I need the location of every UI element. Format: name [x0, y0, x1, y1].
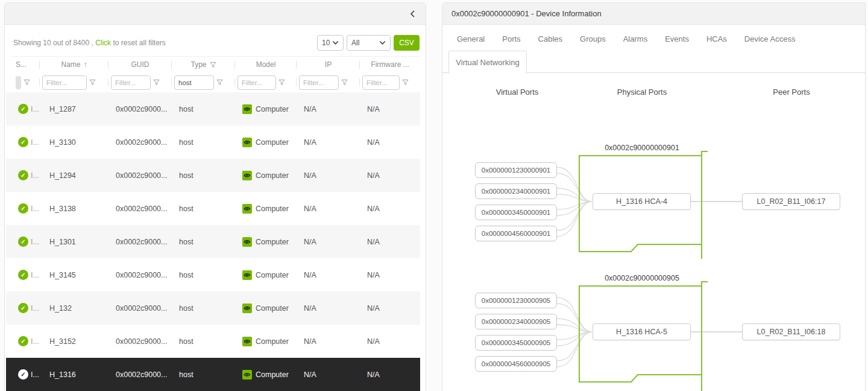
firmware-cell: N/A: [360, 105, 420, 113]
guid-cell: 0x0002c9000...: [108, 337, 172, 346]
page-size-select[interactable]: 10: [317, 35, 344, 51]
nvidia-logo-icon: [242, 337, 252, 346]
type-cell: host: [172, 105, 235, 113]
reset-filters-link[interactable]: Click: [95, 39, 111, 47]
column-header-type[interactable]: Type: [172, 57, 235, 72]
column-header-ip[interactable]: IP: [297, 57, 360, 72]
type-filter-input[interactable]: [174, 75, 214, 90]
type-cell: host: [172, 205, 235, 213]
table-row[interactable]: ✓I...H_31520x0002c9000...hostComputerN/A…: [6, 325, 420, 358]
table-row[interactable]: ✓I...H_12870x0002c9000...hostComputerN/A…: [6, 92, 420, 126]
filter-icon[interactable]: [402, 79, 409, 86]
tab-virtual-networking[interactable]: Virtual Networking: [448, 51, 527, 74]
model-label: Computer: [256, 370, 289, 379]
virtual-port[interactable]: 0x0000001230000901: [475, 162, 557, 178]
virtual-port[interactable]: 0x0000002340000905: [475, 314, 557, 329]
filter-icon[interactable]: [24, 79, 30, 86]
name-cell: H_3145: [40, 271, 108, 279]
name-cell: H_3130: [40, 138, 108, 147]
type-cell: host: [172, 238, 235, 246]
guid-cell: 0x0002c9000...: [108, 205, 172, 213]
physical-port[interactable]: H_1316 HCA-4: [593, 193, 691, 210]
virtual-port[interactable]: 0x0000003450000901: [475, 205, 557, 220]
ip-filter-input[interactable]: [299, 75, 339, 90]
virtual-port[interactable]: 0x0000004560000901: [475, 226, 557, 241]
peer-port[interactable]: L0_R02_B11_I06:18: [742, 323, 840, 340]
collapse-panel-icon[interactable]: [408, 9, 418, 19]
ip-cell: N/A: [297, 370, 360, 379]
column-header-guid[interactable]: GUID: [108, 57, 172, 72]
nvidia-logo-icon: [242, 171, 252, 180]
type-cell: host: [172, 138, 235, 147]
filter-icon[interactable]: [216, 79, 223, 86]
status-label: I...: [31, 205, 39, 213]
filter-icon[interactable]: [278, 79, 285, 86]
type-cell: host: [172, 171, 235, 180]
column-header-firmware[interactable]: Firmware ...: [360, 57, 420, 72]
model-cell: Computer: [235, 270, 297, 280]
column-header-name[interactable]: Name ↑: [40, 57, 108, 72]
model-label: Computer: [256, 105, 289, 113]
status-ok-icon: ✓: [18, 336, 28, 346]
nvidia-logo-icon: [242, 370, 252, 380]
name-cell: H_1301: [40, 238, 108, 246]
filter-cell-ip: [297, 72, 360, 92]
scope-select[interactable]: All: [347, 35, 391, 51]
ip-cell: N/A: [297, 171, 360, 180]
ip-cell: N/A: [297, 205, 360, 213]
status-ok-icon: ✓: [18, 303, 28, 313]
ip-cell: N/A: [297, 105, 360, 113]
table-row[interactable]: ✓I...H_31450x0002c9000...hostComputerN/A…: [6, 258, 420, 291]
column-header-status[interactable]: S...: [11, 57, 40, 72]
name-cell: H_3152: [40, 337, 108, 346]
status-ok-icon: ✓: [18, 369, 28, 380]
physical-port[interactable]: H_1316 HCA-5: [593, 323, 691, 340]
status-label: I...: [31, 271, 39, 279]
filter-icon[interactable]: [210, 62, 216, 68]
table-row[interactable]: ✓I...H_1320x0002c9000...hostComputerN/AN…: [6, 291, 420, 325]
table-row[interactable]: ✓I...H_13160x0002c9000...hostComputerN/A…: [6, 358, 420, 391]
status-cell: ✓I...: [11, 104, 40, 114]
model-filter-input[interactable]: [237, 75, 276, 90]
csv-export-button[interactable]: CSV: [394, 35, 420, 51]
status-label: I...: [31, 238, 39, 246]
firmware-filter-input[interactable]: [362, 75, 400, 90]
virtual-port[interactable]: 0x0000001230000905: [475, 293, 557, 308]
type-cell: host: [172, 271, 235, 279]
name-filter-input[interactable]: [42, 75, 87, 90]
model-label: Computer: [256, 337, 289, 346]
virtual-port[interactable]: 0x0000004560000905: [475, 356, 557, 372]
model-cell: Computer: [235, 304, 297, 313]
peer-port[interactable]: L0_R02_B11_I06:17: [742, 193, 840, 210]
table-row[interactable]: ✓I...H_13010x0002c9000...hostComputerN/A…: [6, 225, 420, 258]
virtual-port[interactable]: 0x0000003450000905: [475, 335, 557, 351]
nvidia-logo-icon: [242, 304, 252, 313]
ip-cell: N/A: [297, 337, 360, 346]
guid-filter-input[interactable]: [111, 75, 151, 90]
model-cell: Computer: [235, 370, 297, 380]
guid-cell: 0x0002c9000...: [108, 370, 172, 379]
model-label: Computer: [256, 171, 289, 180]
firmware-cell: N/A: [360, 205, 420, 213]
table-row[interactable]: ✓I...H_31300x0002c9000...hostComputerN/A…: [6, 126, 420, 159]
filter-icon[interactable]: [153, 79, 160, 86]
filter-icon[interactable]: [341, 79, 348, 86]
sort-asc-icon[interactable]: ↑: [84, 60, 87, 69]
filter-cell-model: [235, 72, 297, 92]
table-row[interactable]: ✓I...H_12940x0002c9000...hostComputerN/A…: [6, 159, 420, 192]
type-cell: host: [172, 304, 235, 313]
guid-cell: 0x0002c9000...: [108, 238, 172, 246]
filter-icon[interactable]: [89, 79, 96, 86]
nvidia-logo-icon: [242, 104, 252, 114]
filter-cell-status: [11, 72, 40, 92]
status-filter-control[interactable]: [16, 76, 21, 89]
table-body: ✓I...H_12870x0002c9000...hostComputerN/A…: [6, 92, 420, 391]
column-header-model[interactable]: Model: [235, 57, 297, 72]
status-label: I...: [31, 105, 39, 113]
model-cell: Computer: [235, 237, 297, 247]
virtual-port[interactable]: 0x0000002340000901: [475, 183, 557, 199]
table-row[interactable]: ✓I...H_31380x0002c9000...hostComputerN/A…: [6, 192, 420, 225]
model-label: Computer: [256, 138, 289, 147]
model-label: Computer: [256, 205, 289, 213]
status-label: I...: [31, 304, 39, 313]
